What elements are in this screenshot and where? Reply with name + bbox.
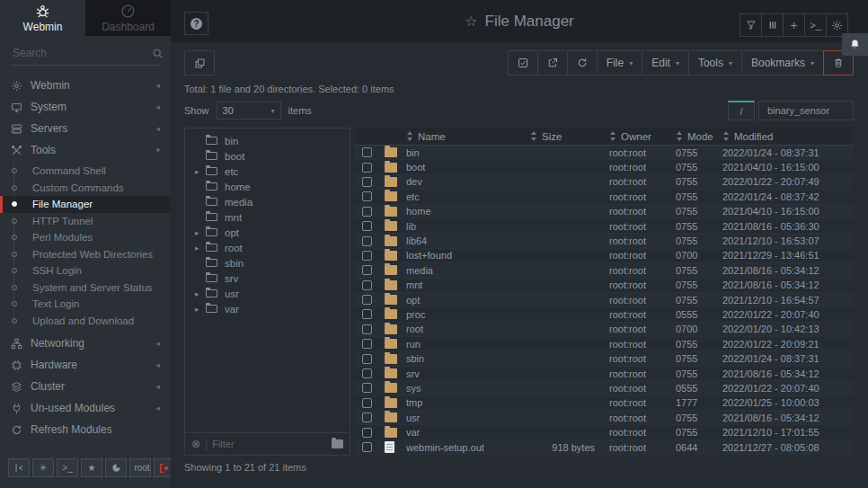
file-name[interactable]: bin (406, 147, 530, 158)
sidebar-item-command-shell[interactable]: Command Shell (0, 163, 171, 180)
help-button[interactable]: ? (184, 12, 208, 35)
row-checkbox[interactable] (362, 251, 372, 261)
sidebar-item-custom-commands[interactable]: Custom Commands (0, 180, 171, 197)
tree-item[interactable]: mnt (185, 209, 350, 225)
file-name[interactable]: root (406, 324, 530, 334)
sidebar-item-refresh-modules[interactable]: Refresh Modules (0, 419, 171, 440)
tree-expander-icon[interactable]: ▸ (195, 167, 206, 176)
columns-button[interactable] (761, 13, 784, 37)
row-checkbox[interactable] (362, 147, 372, 157)
tree-item[interactable]: sbin (185, 255, 350, 271)
theme-palette-button[interactable] (105, 458, 127, 477)
row-checkbox[interactable] (362, 163, 372, 173)
file-row[interactable]: runroot:root07552022/01/22 - 20:09:21 (354, 337, 854, 351)
row-checkbox[interactable] (362, 309, 372, 319)
file-row[interactable]: rootroot:root07002022/01/20 - 10:42:13 (354, 323, 854, 337)
file-row[interactable]: lost+foundroot:root07002021/12/29 - 13:4… (354, 249, 854, 263)
file-name[interactable]: webmin-setup.out (406, 442, 530, 453)
filter-button[interactable] (740, 13, 762, 37)
file-row[interactable]: varroot:root07552021/12/10 - 17:01:55 (354, 425, 854, 439)
file-row[interactable]: webmin-setup.out918 bytesroot:root064420… (354, 440, 854, 455)
file-row[interactable]: mediaroot:root07552021/08/16 - 05:34:12 (354, 263, 854, 278)
sidebar-item-protected-web-directories[interactable]: Protected Web Directories (0, 246, 171, 263)
file-row[interactable]: etcroot:root07552022/01/24 - 08:37:42 (354, 190, 854, 204)
clear-filter-icon[interactable]: ⊗ (191, 438, 200, 450)
tab-webmin[interactable]: Webmin (0, 0, 85, 36)
file-row[interactable]: mntroot:root07552021/08/16 - 05:34:12 (354, 279, 854, 293)
file-row[interactable]: optroot:root07552021/12/10 - 16:54:57 (354, 293, 854, 307)
tree-item[interactable]: home (185, 179, 350, 194)
row-checkbox[interactable] (362, 428, 372, 438)
sort-by-mode[interactable]: Mode (676, 131, 722, 142)
select-all-button[interactable] (508, 50, 538, 75)
file-name[interactable]: home (406, 206, 530, 217)
tree-item[interactable]: srv (185, 271, 350, 286)
root-path-button[interactable]: / (728, 101, 755, 120)
sidebar-item-networking[interactable]: Networking ◂ (0, 333, 171, 354)
tab-dashboard[interactable]: Dashboard (85, 0, 171, 36)
collapse-sidebar-button[interactable] (8, 458, 30, 477)
file-row[interactable]: srvroot:root07552021/08/16 - 05:34:12 (354, 367, 854, 381)
file-row[interactable]: binroot:root07552022/01/24 - 08:37:31 (354, 146, 854, 160)
file-row[interactable]: usrroot:root07552021/08/16 - 05:34:12 (354, 411, 854, 425)
tree-item[interactable]: ▸usr (185, 286, 350, 301)
tree-item[interactable]: ▸etc (185, 164, 350, 179)
file-row[interactable]: lib64root:root07552021/12/10 - 16:53:07 (354, 234, 854, 248)
file-name[interactable]: dev (406, 176, 530, 187)
tree-item[interactable]: ▸opt (185, 225, 350, 240)
file-menu[interactable]: File▾ (597, 50, 642, 75)
file-row[interactable]: procroot:root05552022/01/22 - 20:07:40 (354, 307, 854, 322)
file-name[interactable]: sys (406, 383, 530, 394)
row-checkbox[interactable] (362, 442, 372, 452)
sidebar-item-http-tunnel[interactable]: HTTP Tunnel (0, 213, 171, 230)
sort-by-name[interactable]: Name (406, 131, 530, 142)
sidebar-item-unused-modules[interactable]: Un-used Modules ◂ (0, 397, 171, 419)
row-checkbox[interactable] (362, 324, 372, 334)
file-row[interactable]: homeroot:root07552021/04/10 - 16:15:00 (354, 205, 854, 219)
sidebar-item-hardware[interactable]: Hardware ◂ (0, 354, 171, 376)
sidebar-item-webmin[interactable]: Webmin ◂ (0, 75, 171, 96)
file-name[interactable]: opt (406, 295, 530, 306)
tree-expander-icon[interactable]: ▸ (195, 289, 206, 298)
theme-toggle-button[interactable]: ☀ (32, 458, 54, 477)
toggle-tree-button[interactable] (184, 50, 215, 75)
row-checkbox[interactable] (362, 191, 372, 201)
sidebar-item-system[interactable]: System ◂ (0, 96, 171, 118)
row-checkbox[interactable] (362, 295, 372, 305)
file-row[interactable]: tmproot:root17772022/01/25 - 10:00:03 (354, 396, 854, 411)
sidebar-item-file-manager[interactable]: File Manager (0, 196, 171, 213)
file-row[interactable]: sysroot:root05552022/01/22 - 20:07:40 (354, 381, 854, 395)
bookmarks-menu[interactable]: Bookmarks▾ (741, 50, 824, 75)
file-name[interactable]: lib (406, 221, 530, 232)
row-checkbox[interactable] (362, 177, 372, 187)
file-name[interactable]: mnt (406, 279, 530, 290)
sidebar-item-system-and-server-status[interactable]: System and Server Status (0, 279, 171, 297)
file-row[interactable]: sbinroot:root07552022/01/24 - 08:37:31 (354, 351, 854, 366)
tree-expander-icon[interactable]: ▸ (195, 228, 206, 237)
sidebar-item-cluster[interactable]: Cluster ◂ (0, 376, 171, 397)
file-row[interactable]: devroot:root07552022/01/22 - 20:07:49 (354, 175, 854, 190)
row-checkbox[interactable] (362, 383, 372, 393)
sidebar-item-perl-modules[interactable]: Perl Modules (0, 229, 171, 246)
folder-button-icon[interactable] (332, 439, 343, 448)
add-button[interactable]: + (783, 13, 805, 37)
edit-menu[interactable]: Edit▾ (642, 50, 689, 75)
favorites-button[interactable]: ★ (81, 458, 102, 477)
tree-item[interactable]: media (185, 194, 350, 209)
tools-menu[interactable]: Tools▾ (688, 50, 742, 75)
file-name[interactable]: sbin (406, 353, 530, 364)
notifications-button[interactable] (842, 33, 868, 56)
favorite-star-icon[interactable]: ☆ (465, 13, 477, 30)
tree-filter-input[interactable] (212, 439, 327, 449)
sort-by-modified[interactable]: Modified (722, 131, 854, 142)
file-name[interactable]: boot (406, 162, 530, 173)
row-checkbox[interactable] (362, 280, 372, 290)
file-name[interactable]: media (406, 265, 530, 276)
user-button[interactable]: root (129, 458, 151, 477)
row-checkbox[interactable] (362, 221, 372, 231)
share-button[interactable] (537, 50, 568, 75)
tree-item[interactable]: boot (185, 148, 350, 164)
file-row[interactable]: bootroot:root07552021/04/10 - 16:15:00 (354, 160, 854, 174)
path-search-input[interactable] (758, 101, 854, 120)
file-name[interactable]: proc (406, 309, 530, 320)
